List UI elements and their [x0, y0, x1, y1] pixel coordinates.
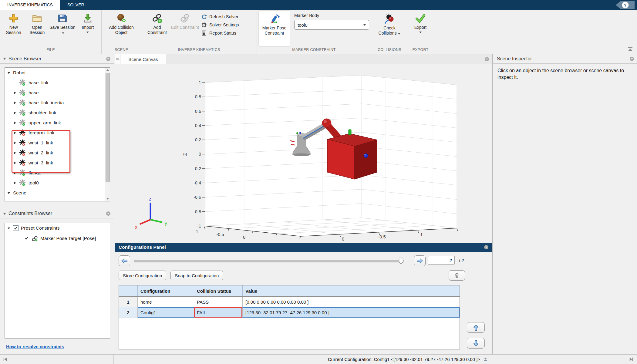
base-axis-marker-green [296, 132, 298, 134]
help-button[interactable]: ? [616, 1, 635, 9]
configuration-cell[interactable]: Config1 [138, 307, 194, 318]
tree-item-wrist-2-link[interactable]: wrist_2_link [5, 148, 110, 158]
expander-icon[interactable] [7, 226, 11, 230]
tree-item-scene[interactable]: Scene [5, 188, 110, 198]
expander-icon[interactable] [7, 191, 11, 195]
edit-constraint-button[interactable]: Edit Constraint [171, 11, 199, 46]
tree-item-base-link[interactable]: base_link [5, 78, 110, 88]
previous-configuration-button[interactable] [119, 255, 130, 266]
slider-thumb[interactable] [399, 258, 403, 265]
tree-item-shoulder-link[interactable]: shoulder_link [5, 108, 110, 118]
arrow-down-icon [473, 340, 479, 347]
scene-inspector-header[interactable]: Scene Inspector [493, 54, 637, 64]
collision-status-cell[interactable]: PASS [194, 297, 243, 307]
dock-down-icon[interactable] [483, 357, 488, 362]
move-configuration-down-button[interactable] [467, 338, 485, 349]
scroll-down-icon[interactable] [105, 197, 110, 201]
value-cell[interactable]: [0.00 0.00 0.00 0.00 0.00 0.00 ] [243, 297, 460, 307]
scrollbar-thumb[interactable] [106, 73, 110, 182]
next-configuration-button[interactable] [414, 255, 426, 266]
tree-item-base[interactable]: base [5, 88, 110, 98]
new-session-button[interactable]: New Session [2, 11, 25, 46]
collapse-ribbon-icon[interactable] [627, 46, 633, 52]
tree-item-upper-arm-link[interactable]: upper_arm_link [5, 118, 110, 128]
panel-chevron-icon[interactable] [629, 56, 634, 61]
scene-browser-header[interactable]: Scene Browser [0, 54, 114, 64]
scroll-up-icon[interactable] [105, 68, 110, 72]
ribbon-toolbar: New Session Open Session Save Session Im… [0, 10, 637, 54]
tab-scene-canvas[interactable]: Scene Canvas [120, 54, 166, 64]
tree-scrollbar[interactable] [105, 68, 110, 201]
refresh-solver-button[interactable]: Refresh Solver [199, 12, 241, 21]
store-configuration-button[interactable]: Store Configuration [119, 271, 166, 280]
collision-status-cell-fail-highlight[interactable]: FAIL [194, 307, 243, 318]
constraints-browser-header[interactable]: Constraints Browser [0, 209, 114, 218]
panel-chevron-icon[interactable] [484, 57, 489, 62]
expander-icon[interactable] [13, 121, 17, 125]
panel-chevron-icon[interactable] [484, 245, 489, 250]
expander-icon[interactable] [13, 91, 17, 95]
preset-constraints-checkbox[interactable] [13, 225, 19, 231]
configuration-slider[interactable] [134, 260, 404, 262]
svg-text:0: 0 [199, 152, 201, 157]
tab-inverse-kinematics[interactable]: INVERSE KINEMATICS [0, 0, 60, 10]
snap-to-configuration-button[interactable]: Snap to Configuration [170, 271, 223, 280]
import-button[interactable]: Import [76, 11, 99, 46]
tree-item-robot[interactable]: Robot [5, 68, 110, 78]
tree-item-tool0[interactable]: tool0 [5, 178, 110, 188]
tree-item-preset-constraints[interactable]: Preset Constraints [5, 223, 110, 233]
marker-body-dropdown[interactable]: tool0 [294, 20, 369, 30]
configuration-index-input[interactable] [428, 256, 455, 265]
expander-icon[interactable] [13, 181, 17, 185]
collapse-triangle-icon[interactable] [3, 213, 6, 215]
scene-canvas[interactable]: 1 0.8 0.6 0.4 0.2 0 -0.2 -0.4 -0.6 -0.8 … [115, 64, 492, 243]
expander-icon[interactable] [13, 161, 17, 165]
tree-item-forearm-link[interactable]: forearm_link [5, 128, 110, 138]
expander-icon[interactable] [13, 131, 17, 135]
value-cell[interactable]: [129.30 -32.01 79.27 -47.26 129.30 0.00 … [243, 307, 460, 318]
tree-item-flange[interactable]: flange [5, 168, 110, 178]
tab-solver[interactable]: SOLVER [60, 0, 92, 10]
tree-item-base-link-inertia[interactable]: base_link_inertia [5, 98, 110, 108]
expand-panel-icon[interactable] [629, 357, 634, 362]
add-collision-object-button[interactable]: Add Collision Object [104, 11, 138, 46]
how-to-resolve-constraints-link[interactable]: How to resolve constraints [6, 344, 64, 349]
delete-configuration-button[interactable] [449, 270, 465, 281]
expander-icon[interactable] [13, 171, 17, 175]
tree-item-wrist-3-link[interactable]: wrist_3_link [5, 158, 110, 168]
report-status-button[interactable]: Report Status [199, 29, 241, 37]
collision-star-icon [384, 13, 395, 24]
configuration-cell[interactable]: home [138, 297, 194, 307]
move-configuration-up-button[interactable] [467, 322, 485, 333]
save-session-button[interactable]: Save Session [49, 11, 76, 46]
svg-text:z: z [149, 196, 151, 201]
marker-pose-constraint-toggle[interactable]: Marker Pose Constraint [259, 11, 290, 46]
expander-icon[interactable] [13, 101, 17, 105]
add-constraint-button[interactable]: Add Constraint [143, 11, 171, 46]
expander-icon[interactable] [7, 71, 11, 75]
panel-chevron-icon[interactable] [106, 56, 111, 61]
collision-ok-icon [19, 169, 26, 177]
panel-chevron-icon[interactable] [106, 211, 111, 216]
solver-settings-button[interactable]: Solver Settings [199, 21, 241, 29]
tab-drag-handle[interactable] [115, 54, 120, 64]
dropdown-caret-icon [398, 33, 400, 35]
export-button[interactable]: Export [410, 11, 431, 46]
marker-pose-target-checkbox[interactable] [24, 236, 29, 241]
collapse-triangle-icon[interactable] [3, 58, 6, 60]
tree-item-marker-pose-target[interactable]: Marker Pose Target [Pose] [5, 233, 110, 244]
expander-icon[interactable] [13, 141, 17, 145]
open-session-button[interactable]: Open Session [25, 11, 49, 46]
tree-item-wrist-1-link[interactable]: wrist_1_link [5, 138, 110, 148]
expander-icon[interactable] [13, 111, 17, 115]
check-collisions-button[interactable]: Check Collisions [374, 11, 405, 46]
table-row-selected[interactable]: 2 Config1 FAIL [129.30 -32.01 79.27 -47.… [119, 307, 460, 318]
svg-text:0: 0 [342, 237, 344, 241]
table-row[interactable]: 1 home PASS [0.00 0.00 0.00 0.00 0.00 0.… [119, 297, 460, 307]
panel-title: Scene Browser [8, 56, 42, 62]
inspector-placeholder-message: Click on an object in the scene browser … [497, 67, 633, 81]
expander-icon[interactable] [13, 151, 17, 155]
configurations-panel-header[interactable]: Configurations Panel [115, 243, 492, 252]
svg-text:-0.4: -0.4 [194, 180, 201, 185]
collapse-panel-icon[interactable] [2, 357, 8, 362]
